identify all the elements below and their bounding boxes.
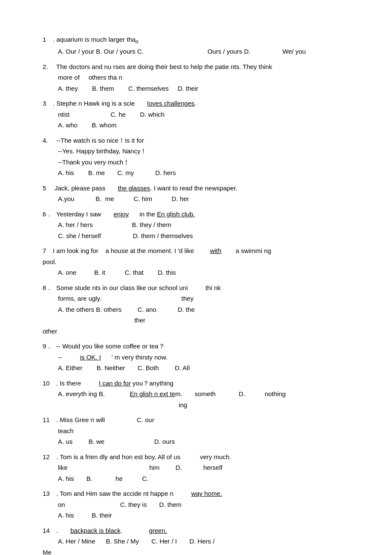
q13-line2: on C. they is D. them <box>43 499 366 510</box>
q9-text: -- Would you like some coffee or tea？ <box>56 341 165 352</box>
q12-options: A. his B. he C. <box>43 473 366 484</box>
worksheet-content: 1 . aquarium is much larger than A. Our … <box>43 34 366 555</box>
q5-num: 5 <box>43 183 51 194</box>
q14-text: backpack is black. green. <box>60 525 167 536</box>
q11-num: 11 <box>43 414 55 426</box>
q7-pool: pool. <box>43 256 366 267</box>
q10-text: Is there I can do for you？anything <box>60 378 173 389</box>
question-6: 6． Yesterday I saw enjoy in the En glish… <box>43 209 366 242</box>
q4-line3: --Thank you very much！ <box>43 157 366 168</box>
q13-num: 13 <box>43 488 55 499</box>
q9-num: 9． <box>43 341 55 352</box>
q11-text: Miss Gree n will C. our <box>60 414 154 426</box>
question-9: 9． -- Would you like some coffee or tea？… <box>43 341 366 374</box>
q1-dot: . <box>53 34 55 45</box>
q6-num: 6． <box>43 209 55 220</box>
q12-text: Tom is a frien dly and hon est boy. All … <box>60 451 231 463</box>
q8-options: A. the others B. others C. ano D. the <box>43 304 366 315</box>
q6-text: Yesterday I saw enjoy in the En glish cl… <box>56 209 195 220</box>
q5-options: A.you B. me C. him D. her <box>43 193 366 204</box>
q8-line2: forms, are ugly. they <box>43 293 366 304</box>
q5-text: Jack, please pass the glasses. I want to… <box>55 183 237 194</box>
q4-line2: --Yes. Happy birthday, Nancy！ <box>43 146 366 157</box>
q12-line2: like him D. herself <box>43 462 366 473</box>
q8-num: 8． <box>43 282 55 293</box>
q6-options1: A. her / hers B. they / them <box>43 219 366 230</box>
question-11: 11 . Miss Gree n will C. our teach A. us… <box>43 414 366 447</box>
q14-num: 14 <box>43 525 55 536</box>
q12-num: 12 <box>43 451 55 463</box>
q13-options: A. his B. their <box>43 510 366 521</box>
q1-text: aquarium is much larger than <box>56 34 138 46</box>
question-13: 13 . Tom and Him saw the accide nt happe… <box>43 488 366 521</box>
q11-teach: teach <box>43 426 366 437</box>
q9-options: A. Either B. Neither C. Both D. All <box>43 362 366 374</box>
q7-text: I am look ing for a house at the moment.… <box>53 245 271 256</box>
q10-dot: . <box>56 378 58 389</box>
q4-num: 4. <box>43 135 55 146</box>
q11-options: A. us B. we D. ours <box>43 436 366 447</box>
q3-line2: ntist C. he D. which <box>43 109 366 120</box>
q4-options: A. his B. me C. my D. hers <box>43 167 366 178</box>
q8-other: other <box>43 326 366 337</box>
q10-options1: A. everyth ing B. En glish n ext tem. so… <box>43 388 366 400</box>
q2-line2: more of others tha n <box>43 72 366 83</box>
q14-dot: . <box>56 525 58 536</box>
q2-options: A. they B. them C. themselves D. their <box>43 83 366 94</box>
q3-num: 3 <box>43 98 51 109</box>
q13-text: Tom and Him saw the accide nt happe n wa… <box>60 488 222 499</box>
q9-line2: -- is OK. I ' m very thirsty now. <box>43 352 366 363</box>
q11-dot: . <box>56 414 58 426</box>
q3-options: A. who B. whom <box>43 120 366 131</box>
q8-line3: ther <box>43 315 366 326</box>
question-10: 10 . Is there I can do for you？anything … <box>43 378 366 411</box>
q7-options: A. one B. it C. that D. this <box>43 267 366 278</box>
question-14: 14 . backpack is black. green. A. Her / … <box>43 525 366 555</box>
q12-dot: . <box>56 451 58 463</box>
q14-options: A. Her / Mine B. She / My C. Her / I D. … <box>43 536 366 547</box>
q8-text: Some stude nts in our class like our sch… <box>56 282 221 293</box>
q14-me: Me <box>43 547 366 555</box>
q13-dot: . <box>56 488 58 499</box>
question-2: 2. The doctors and nu rses are doing the… <box>43 61 366 94</box>
q1-options: A. Our / your B. Our / yours C. Ours / y… <box>43 46 366 57</box>
question-3: 3 . Stephe n Hawk ing is a scie loves ch… <box>43 98 366 131</box>
q10-num: 10 <box>43 378 55 389</box>
question-8: 8． Some stude nts in our class like our … <box>43 282 366 337</box>
question-4: 4. --The watch is so nice！Is it for --Ye… <box>43 135 366 178</box>
question-12: 12 . Tom is a frien dly and hon est boy.… <box>43 451 366 484</box>
q2-num: 2. <box>43 61 55 72</box>
q4-text: --The watch is so nice！Is it for <box>56 135 144 146</box>
q2-text: The doctors and nu rses are doing their … <box>56 61 272 72</box>
q3-text: Stephe n Hawk ing is a scie loves challe… <box>56 98 196 109</box>
q6-options2: C. she / herself D. them / themselves <box>43 230 366 242</box>
q3-dot: . <box>53 98 55 109</box>
question-5: 5 Jack, please pass the glasses. I want … <box>43 183 366 204</box>
q1-num: 1 <box>43 34 51 45</box>
q10-options2: ing <box>43 400 366 411</box>
question-1: 1 . aquarium is much larger than A. Our … <box>43 34 366 57</box>
question-7: 7 I am look ing for a house at the momen… <box>43 245 366 278</box>
q7-num: 7 <box>43 245 51 256</box>
